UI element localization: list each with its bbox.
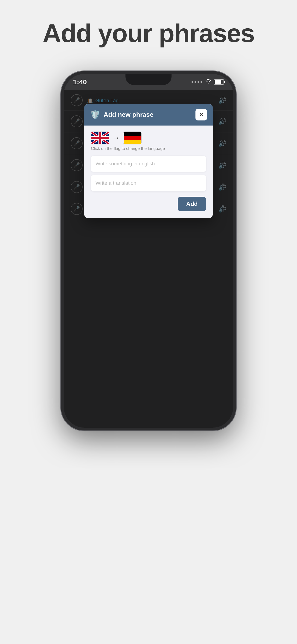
add-phrase-modal: 🛡️ Add new phrase ✕	[84, 104, 213, 218]
svg-rect-2	[124, 136, 141, 140]
target-language-flag[interactable]	[123, 132, 142, 144]
flag-hint-text: Click on the flag to change the language	[91, 146, 206, 151]
modal-body: →	[84, 126, 213, 218]
wifi-icon	[205, 79, 211, 85]
modal-header: 🛡️ Add new phrase ✕	[84, 104, 213, 126]
english-input[interactable]	[91, 156, 206, 172]
phone-frame: 1:40	[61, 71, 236, 430]
phone-mockup: 1:40	[61, 71, 236, 612]
phone-notch	[126, 74, 172, 85]
modal-overlay: 🛡️ Add new phrase ✕	[64, 90, 233, 428]
modal-close-button[interactable]: ✕	[196, 109, 207, 120]
signal-icon	[192, 81, 202, 83]
modal-title-area: 🛡️ Add new phrase	[90, 110, 153, 120]
svg-rect-3	[124, 140, 141, 144]
svg-rect-1	[124, 132, 141, 136]
source-language-flag[interactable]	[91, 132, 109, 144]
battery-icon	[214, 80, 224, 84]
arrow-icon: →	[113, 134, 120, 142]
modal-title: Add new phrase	[104, 111, 153, 118]
phone-screen: 1:40	[64, 74, 233, 428]
screen-content: 🎤 📋 Guten Tag 🔊 🎤	[64, 90, 233, 428]
status-time: 1:40	[73, 78, 87, 86]
flag-row: →	[91, 132, 206, 144]
status-icons	[192, 79, 224, 85]
shield-icon: 🛡️	[90, 110, 100, 120]
add-button[interactable]: Add	[178, 197, 206, 211]
page-title: Add your phrases	[42, 18, 254, 48]
translation-input[interactable]	[91, 175, 206, 191]
